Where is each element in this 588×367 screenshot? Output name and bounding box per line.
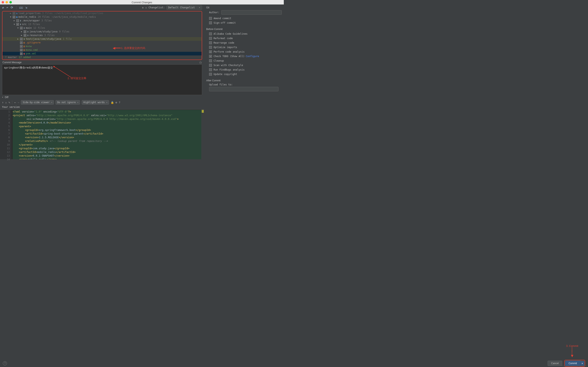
highlight-select[interactable]: Highlight words (82, 100, 109, 105)
code-analysis-checkbox[interactable] (209, 50, 212, 53)
changelist-label: Changelist: (149, 6, 165, 9)
checkbox[interactable] (20, 52, 23, 55)
branch-indicator: ᚶ master 17 added (2, 55, 202, 59)
options-panel: Git Author: Amend commit Sign-off commit… (204, 4, 284, 177)
diff-section-header[interactable]: ▼ Diff (0, 95, 204, 100)
filter-icon[interactable]: ≡ (142, 6, 144, 9)
module-icon: ▣ (16, 16, 17, 18)
gear-icon[interactable]: ⚙ (116, 101, 117, 104)
annotation-1: ◀━━━━ 1. 选择要提交的代码 (113, 46, 145, 50)
file-icon: ▤ (24, 41, 25, 44)
author-input[interactable] (221, 10, 282, 15)
separator (16, 6, 16, 9)
editor-scrollbar[interactable] (201, 109, 204, 159)
diff-editor[interactable]: 1234567891011121314 <?xml version="1.0" … (0, 109, 204, 159)
checkbox[interactable] (16, 23, 19, 26)
edit-icon[interactable]: ✎ (9, 101, 10, 104)
checkbox[interactable] (13, 16, 15, 18)
before-commit-label: Before Commit (206, 28, 282, 31)
author-label: Author: (209, 11, 221, 14)
xml-file-icon: ▣ (24, 52, 25, 55)
ignore-whitespace-select[interactable]: Do not ignore (56, 100, 80, 105)
lock-icon[interactable]: 🔒 (111, 101, 114, 104)
checkbox[interactable] (16, 19, 19, 22)
checkbox[interactable] (20, 42, 23, 44)
changelist-select[interactable]: Default Changelist (166, 5, 202, 10)
chevron-down-icon: ▼ (2, 96, 3, 98)
reformat-checkbox[interactable] (209, 37, 212, 40)
folder-icon: ▮ (24, 26, 25, 29)
commit-toolbar: ⇄ ↶ ⟳ ◻◻ ⇲ ≡ ↕ Changelist: Default Chang… (0, 4, 204, 11)
folder-icon: ▮ (20, 19, 21, 22)
back-icon[interactable]: ← (14, 101, 16, 104)
checkbox[interactable] (24, 34, 26, 37)
forward-icon[interactable]: → (17, 101, 19, 104)
commit-message-input[interactable]: springboot整合redis的简单demo提交 2. 填写提交注释 (2, 64, 202, 95)
diff-toolbar: ↑ ↓ ✎ ← → Side-by-side viewer Do not ign… (0, 100, 204, 105)
checkbox[interactable] (13, 12, 15, 15)
checkbox[interactable] (20, 27, 23, 29)
sort-icon[interactable]: ↕ (145, 6, 147, 9)
gutter: 1234567891011121314 (0, 109, 11, 159)
group-by-icon[interactable]: ◻◻ (19, 6, 23, 9)
history-icon[interactable]: ◷ (199, 61, 202, 64)
folder-icon: ▮ (27, 34, 29, 37)
file-tree[interactable]: ▶ ▣ load_properties 3 files ~/work/java_… (2, 11, 202, 60)
amend-checkbox[interactable] (209, 17, 212, 20)
folder-icon: ▮ (20, 23, 21, 26)
checkbox[interactable] (20, 45, 23, 48)
refresh-icon[interactable]: ⟳ (11, 6, 13, 9)
checkbox[interactable] (20, 49, 23, 51)
check-todo-checkbox[interactable] (209, 55, 212, 58)
next-change-icon[interactable]: ↓ (5, 101, 7, 104)
window-title: Commit Changes (0, 1, 284, 4)
copyright-checkbox[interactable] (209, 73, 212, 76)
checkbox[interactable] (24, 30, 26, 33)
after-commit-label: After Commit (206, 79, 282, 82)
branch-icon: ᚶ (5, 56, 7, 59)
git-section-label: Git (206, 6, 282, 9)
titlebar: Commit Changes (0, 0, 284, 4)
your-version-label: Your version (0, 105, 204, 109)
upload-label: Upload files to: (206, 83, 282, 86)
cleanup-checkbox[interactable] (209, 59, 212, 62)
upload-target-select[interactable] (209, 87, 278, 91)
code-area[interactable]: <?xml version="1.0" encoding="UTF-8"?> <… (11, 109, 201, 159)
folder-icon: ▮ (27, 30, 29, 33)
optimize-imports-checkbox[interactable] (209, 46, 212, 49)
file-icon: ▤ (24, 49, 25, 51)
commit-message-label: Commit Message (2, 61, 21, 64)
show-diff-icon[interactable]: ⇄ (2, 6, 4, 9)
rearrange-checkbox[interactable] (209, 42, 212, 44)
prev-change-icon[interactable]: ↑ (2, 101, 4, 104)
revert-icon[interactable]: ↶ (6, 6, 8, 9)
help-icon[interactable]: ? (119, 101, 120, 104)
findbugs-checkbox[interactable] (209, 68, 212, 71)
folder-icon: ▮ (24, 38, 25, 40)
module-icon: ▣ (16, 12, 17, 15)
viewer-mode-select[interactable]: Side-by-side viewer (21, 100, 54, 105)
checkstyle-checkbox[interactable] (209, 64, 212, 67)
signoff-checkbox[interactable] (209, 21, 212, 24)
checkbox[interactable] (20, 38, 23, 40)
file-icon: ▤ (24, 45, 25, 48)
expand-all-icon[interactable]: ⇲ (25, 6, 27, 9)
alibaba-checkbox[interactable] (209, 33, 212, 35)
scrollbar-thumb[interactable] (202, 110, 204, 113)
configure-todo-link[interactable]: Configure (246, 55, 259, 58)
svg-line-0 (53, 66, 71, 77)
